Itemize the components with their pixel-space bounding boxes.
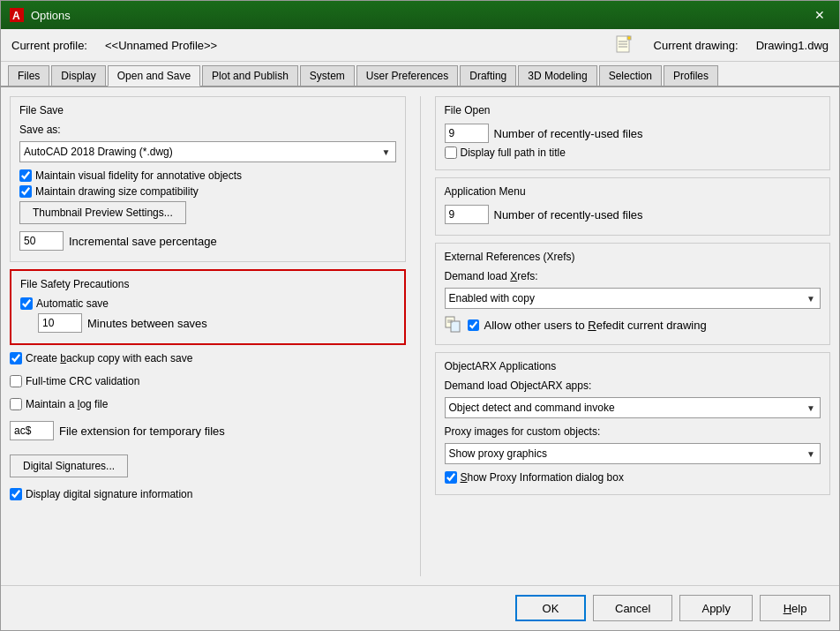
thumbnail-preview-button[interactable]: Thumbnail Preview Settings... (19, 201, 186, 224)
xref-icon (445, 316, 462, 334)
app-menu-recently-used-row: Number of recently-used files (445, 205, 821, 224)
file-save-section: File Save Save as: AutoCAD 2018 Drawing … (10, 96, 406, 262)
drawing-icon (615, 34, 636, 56)
tab-profiles[interactable]: Profiles (664, 65, 718, 86)
digital-signatures-button-row: Digital Signatures... (10, 454, 406, 477)
help-button[interactable]: Help (760, 595, 830, 621)
incremental-save-input[interactable] (19, 231, 64, 251)
profile-bar: Current profile: <<Unnamed Profile>> Cur… (1, 29, 839, 62)
thumbnail-button-row: Thumbnail Preview Settings... (19, 201, 396, 224)
cancel-button[interactable]: Cancel (593, 595, 672, 621)
show-proxy-info-label: Show Proxy Information dialog box (461, 471, 624, 484)
display-digital-row: Display digital signature information (10, 488, 406, 500)
tab-plot-and-publish[interactable]: Plot and Publish (202, 65, 298, 86)
tabs-bar: Files Display Open and Save Plot and Pub… (1, 62, 839, 87)
maintain-drawing-size-row: Maintain drawing size compatibility (19, 185, 396, 198)
incremental-save-row: Incremental save percentage (19, 231, 396, 251)
maintain-visual-fidelity-label[interactable]: Maintain visual fidelity for annotative … (35, 169, 242, 182)
automatic-save-label[interactable]: Automatic save (36, 297, 109, 310)
create-backup-row: Create backup copy with each save (10, 352, 406, 364)
tab-selection[interactable]: Selection (599, 65, 662, 86)
tab-open-and-save[interactable]: Open and Save (108, 65, 200, 86)
tab-system[interactable]: System (300, 65, 355, 86)
tab-3d-modeling[interactable]: 3D Modeling (518, 65, 596, 86)
display-full-path-label[interactable]: Display full path in title (461, 146, 566, 159)
display-full-path-row: Display full path in title (445, 146, 821, 159)
fulltime-crc-label[interactable]: Full-time CRC validation (26, 375, 139, 387)
right-panel: File Open Number of recently-used files … (428, 96, 831, 576)
incremental-save-label: Incremental save percentage (69, 235, 217, 248)
allow-other-users-checkbox[interactable] (468, 319, 479, 331)
demand-load-arx-dropdown-wrapper[interactable]: Object detect and command invoke ▼ (445, 397, 821, 418)
display-digital-checkbox[interactable] (10, 488, 22, 500)
automatic-save-checkbox[interactable] (20, 297, 33, 310)
create-backup-checkbox[interactable] (10, 352, 22, 364)
maintain-drawing-size-label[interactable]: Maintain drawing size compatibility (35, 185, 199, 198)
options-dialog: A Options ✕ Current profile: <<Unnamed P… (0, 0, 840, 631)
show-proxy-info-row: Show Proxy Information dialog box (445, 471, 821, 484)
proxy-images-label-row: Proxy images for custom objects: (445, 425, 821, 438)
left-panel: File Save Save as: AutoCAD 2018 Drawing … (10, 96, 413, 576)
maintain-log-label: Maintain a log file (26, 398, 108, 410)
file-safety-title: File Safety Precautions (20, 278, 395, 290)
display-digital-label[interactable]: Display digital signature information (26, 488, 192, 500)
maintain-log-row: Maintain a log file (10, 398, 406, 410)
maintain-log-checkbox[interactable] (10, 398, 22, 410)
proxy-images-label: Proxy images for custom objects: (445, 425, 601, 438)
fulltime-crc-checkbox[interactable] (10, 375, 22, 387)
tab-display[interactable]: Display (51, 65, 105, 86)
application-menu-section: Application Menu Number of recently-used… (435, 177, 831, 236)
save-as-dropdown[interactable]: AutoCAD 2018 Drawing (*.dwg) (19, 141, 396, 162)
display-full-path-checkbox[interactable] (445, 146, 457, 159)
demand-load-xrefs-dropdown[interactable]: Enabled with copy (445, 288, 821, 309)
tab-files[interactable]: Files (8, 65, 49, 86)
tab-drafting[interactable]: Drafting (460, 65, 516, 86)
current-drawing-value: Drawing1.dwg (756, 39, 829, 52)
svg-rect-8 (451, 321, 460, 332)
demand-load-xrefs-label-row: Demand load Xrefs: (445, 270, 821, 282)
extension-label: File extension for temporary files (59, 424, 225, 438)
file-safety-section: File Safety Precautions Automatic save M… (10, 269, 406, 345)
save-as-dropdown-wrapper[interactable]: AutoCAD 2018 Drawing (*.dwg) ▼ (19, 141, 396, 162)
maintain-visual-fidelity-row: Maintain visual fidelity for annotative … (19, 169, 396, 182)
current-profile-value: <<Unnamed Profile>> (105, 39, 217, 52)
vertical-divider (420, 96, 421, 576)
title-bar-left: A Options (10, 8, 71, 22)
demand-load-xrefs-label: Demand load Xrefs: (445, 270, 538, 282)
fulltime-crc-row: Full-time CRC validation (10, 375, 406, 387)
minutes-input[interactable] (38, 313, 82, 333)
file-open-title: File Open (445, 104, 821, 116)
app-icon: A (10, 8, 24, 22)
ok-button[interactable]: OK (515, 595, 586, 621)
digital-signatures-button[interactable]: Digital Signatures... (10, 454, 128, 477)
xref-title: External References (Xrefs) (445, 251, 821, 263)
app-menu-recently-used-input[interactable] (445, 205, 489, 224)
maintain-visual-fidelity-checkbox[interactable] (19, 169, 32, 182)
file-open-recently-used-input[interactable] (445, 124, 489, 143)
demand-load-arx-dropdown[interactable]: Object detect and command invoke (445, 397, 821, 418)
proxy-images-dropdown[interactable]: Show proxy graphics (445, 443, 821, 464)
close-button[interactable]: ✕ (809, 6, 830, 24)
current-drawing-label: Current drawing: (654, 39, 739, 52)
extension-row: File extension for temporary files (10, 421, 406, 440)
minutes-label: Minutes between saves (87, 317, 207, 330)
minutes-row: Minutes between saves (38, 313, 395, 333)
show-proxy-info-checkbox[interactable] (445, 471, 457, 484)
objectarx-section: ObjectARX Applications Demand load Objec… (435, 352, 831, 495)
file-open-recently-used-row: Number of recently-used files (445, 124, 821, 143)
app-menu-recently-used-label: Number of recently-used files (494, 208, 643, 222)
proxy-images-dropdown-wrapper[interactable]: Show proxy graphics ▼ (445, 443, 821, 464)
file-open-section: File Open Number of recently-used files … (435, 96, 831, 170)
external-references-section: External References (Xrefs) Demand load … (435, 243, 831, 345)
apply-button[interactable]: Apply (679, 595, 753, 621)
app-menu-title: Application Menu (445, 185, 821, 198)
extension-input[interactable] (10, 421, 54, 440)
dialog-title: Options (31, 9, 71, 22)
file-open-recently-used-label: Number of recently-used files (494, 127, 643, 140)
tab-user-preferences[interactable]: User Preferences (356, 65, 458, 86)
objectarx-title: ObjectARX Applications (445, 360, 821, 372)
save-as-label: Save as: (19, 124, 61, 136)
allow-other-users-label: Allow other users to Refedit current dra… (484, 319, 707, 332)
maintain-drawing-size-checkbox[interactable] (19, 185, 32, 198)
demand-load-xrefs-dropdown-wrapper[interactable]: Enabled with copy ▼ (445, 288, 821, 309)
